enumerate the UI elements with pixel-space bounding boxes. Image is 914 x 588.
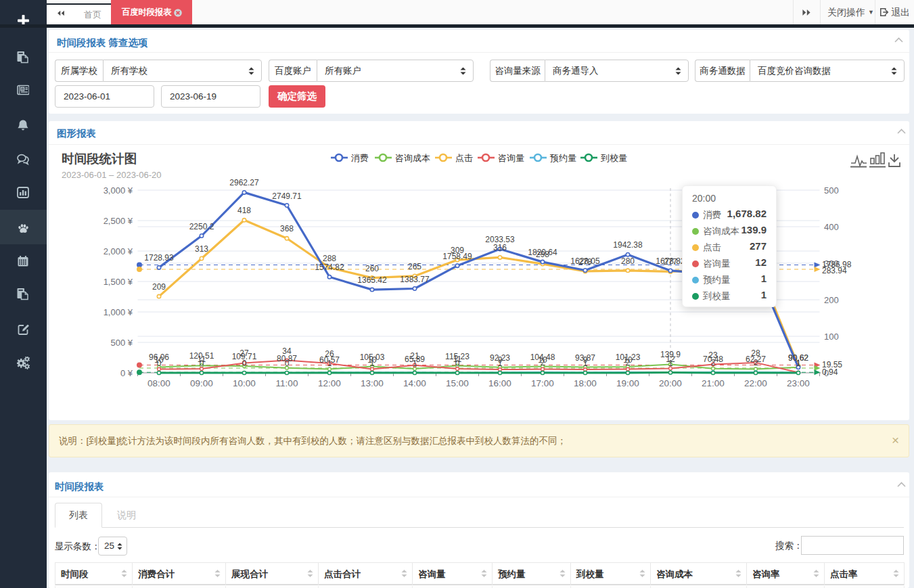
svg-text:0: 0	[157, 359, 162, 368]
svg-text:2,500 ¥: 2,500 ¥	[104, 216, 133, 226]
svg-text:10:00: 10:00	[233, 378, 256, 388]
svg-text:1: 1	[796, 359, 801, 368]
svg-text:2: 2	[711, 358, 716, 367]
svg-text:22:00: 22:00	[744, 378, 767, 388]
svg-text:313: 313	[195, 244, 208, 254]
svg-text:209: 209	[152, 282, 166, 292]
svg-text:418: 418	[237, 206, 251, 215]
svg-text:15:00: 15:00	[446, 378, 469, 388]
svg-text:277: 277	[664, 257, 677, 267]
svg-text:时间段统计图: 时间段统计图	[62, 152, 137, 166]
svg-text:16:00: 16:00	[488, 378, 511, 388]
svg-text:278: 278	[578, 257, 592, 267]
svg-text:1728.93: 1728.93	[144, 253, 174, 263]
svg-text:200: 200	[824, 295, 839, 305]
svg-text:1365.42: 1365.42	[357, 275, 387, 285]
svg-text:2749.71: 2749.71	[272, 191, 302, 201]
svg-text:19:00: 19:00	[616, 378, 639, 388]
svg-text:298: 298	[536, 250, 549, 259]
svg-text:260: 260	[365, 264, 379, 273]
svg-text:2250.2: 2250.2	[189, 222, 214, 231]
svg-text:到校量: 到校量	[601, 153, 627, 163]
svg-text:21:00: 21:00	[702, 378, 725, 388]
svg-text:13:00: 13:00	[361, 378, 384, 388]
svg-text:283.94: 283.94	[822, 266, 847, 275]
svg-text:17:00: 17:00	[531, 378, 554, 388]
svg-text:0.94: 0.94	[822, 367, 838, 377]
svg-text:1: 1	[498, 359, 503, 368]
svg-text:1: 1	[668, 359, 673, 368]
svg-text:点击: 点击	[455, 153, 473, 163]
svg-text:280: 280	[621, 256, 635, 266]
svg-text:1: 1	[583, 359, 588, 368]
svg-text:309: 309	[451, 246, 464, 255]
svg-text:11:00: 11:00	[276, 378, 298, 388]
svg-text:2: 2	[626, 358, 631, 367]
svg-text:100: 100	[824, 332, 839, 342]
svg-text:23:00: 23:00	[787, 378, 810, 388]
svg-text:1: 1	[327, 359, 332, 368]
svg-text:368: 368	[280, 224, 294, 233]
svg-text:500: 500	[824, 185, 839, 196]
svg-text:0: 0	[242, 359, 247, 368]
svg-text:1942.38: 1942.38	[613, 240, 643, 250]
svg-text:2023-06-01 – 2023-06-20: 2023-06-01 – 2023-06-20	[62, 170, 161, 180]
svg-text:265: 265	[408, 262, 421, 271]
svg-text:预约量: 预约量	[549, 153, 576, 163]
svg-text:14:00: 14:00	[403, 378, 426, 388]
svg-text:18:00: 18:00	[574, 378, 597, 388]
svg-text:400: 400	[824, 222, 839, 232]
svg-text:1574.82: 1574.82	[315, 263, 344, 272]
svg-text:1,000 ¥: 1,000 ¥	[104, 307, 133, 317]
svg-text:20:00: 20:00	[659, 378, 682, 388]
svg-text:0: 0	[285, 359, 290, 368]
svg-text:2: 2	[754, 358, 758, 367]
svg-text:316: 316	[493, 243, 507, 252]
svg-text:0: 0	[455, 359, 460, 368]
svg-text:0: 0	[200, 359, 204, 368]
svg-text:0 ¥: 0 ¥	[120, 368, 133, 378]
svg-text:1,500 ¥: 1,500 ¥	[104, 277, 133, 287]
svg-text:2: 2	[541, 358, 545, 367]
svg-text:咨询量: 咨询量	[498, 153, 524, 163]
svg-text:消费: 消费	[351, 153, 369, 163]
svg-text:2962.27: 2962.27	[229, 178, 259, 187]
svg-text:09:00: 09:00	[190, 378, 213, 388]
svg-text:08:00: 08:00	[147, 378, 170, 388]
svg-text:1: 1	[370, 359, 375, 368]
svg-text:1: 1	[413, 359, 417, 368]
svg-text:3,000 ¥: 3,000 ¥	[104, 185, 133, 196]
svg-text:1383.77: 1383.77	[400, 275, 430, 284]
svg-text:500 ¥: 500 ¥	[110, 338, 133, 348]
svg-text:288: 288	[323, 254, 336, 263]
svg-text:12:00: 12:00	[318, 378, 341, 388]
svg-text:2,000 ¥: 2,000 ¥	[104, 246, 133, 256]
svg-text:咨询成本: 咨询成本	[395, 153, 430, 163]
